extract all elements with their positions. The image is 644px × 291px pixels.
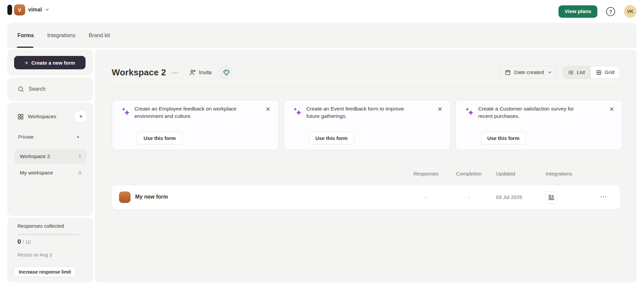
column-responses: Responses <box>409 171 443 176</box>
responses-collected-label: Responses collected <box>17 223 64 229</box>
active-tab-indicator <box>17 47 34 48</box>
suggestion-card: Create a Customer satisfaction survey fo… <box>455 100 623 150</box>
close-icon[interactable]: ✕ <box>609 106 614 113</box>
form-thumbnail <box>119 192 130 203</box>
sidebar-item-workspace-2[interactable]: Workspace 2 1 <box>14 149 87 164</box>
calendar-icon <box>505 69 511 75</box>
private-group-label: Private <box>18 134 34 140</box>
sidebar-item-label: Workspace 2 <box>20 153 78 159</box>
sidebar-item-my-workspace[interactable]: My workspace 0 <box>14 165 87 180</box>
user-avatar[interactable]: VK <box>624 5 637 18</box>
table-row[interactable]: My new form - - 03 Jul 2025 ⋯ <box>112 186 620 209</box>
ai-sparkles-icon <box>120 107 131 118</box>
private-group-toggle[interactable]: Private ▲ <box>18 132 79 142</box>
search-label: Search <box>29 86 46 92</box>
form-responses-value: - <box>409 194 443 200</box>
sidebar-item-count: 0 <box>78 170 81 175</box>
topbar: V vimal View plans ? VK <box>0 0 644 23</box>
upgrade-gem-icon[interactable] <box>219 66 233 79</box>
column-integrations: Integrations <box>546 171 572 176</box>
plus-icon: + <box>24 60 28 66</box>
form-updated-value: 03 Jul 2025 <box>496 194 522 200</box>
suggestion-text: Create a Customer satisfaction survey fo… <box>478 105 586 120</box>
close-icon[interactable]: ✕ <box>266 106 270 113</box>
view-toggle: List Grid <box>562 66 620 79</box>
app-window: V vimal View plans ? VK Forms Integratio… <box>0 0 644 291</box>
column-updated: Updated <box>496 171 515 176</box>
suggestion-text: Create an Employee feedback on workplace… <box>135 105 243 120</box>
chevron-down-icon <box>45 7 50 12</box>
collapse-icon: ▲ <box>76 135 79 138</box>
grid-label: Grid <box>605 69 614 75</box>
search-icon <box>17 86 24 92</box>
tabs-bar: Forms Integrations Brand kit <box>7 23 637 48</box>
ai-sparkles-icon <box>292 107 303 118</box>
invite-button[interactable]: Invite <box>189 69 212 76</box>
sort-dropdown[interactable]: Date created <box>500 66 557 79</box>
sort-dropdown-label: Date created <box>514 69 544 75</box>
create-new-form-button[interactable]: + Create a new form <box>14 56 86 69</box>
suggestion-text: Create an Event feedback form to improve… <box>306 105 414 120</box>
resets-label: Resets on Aug 3 <box>17 252 52 258</box>
row-more-menu[interactable]: ⋯ <box>600 193 607 201</box>
suggestion-card: Create an Event feedback form to improve… <box>283 100 450 150</box>
search-input[interactable]: Search <box>17 77 46 101</box>
list-view-icon <box>568 70 574 75</box>
ai-sparkles-icon <box>464 107 475 118</box>
sidebar-item-label: My workspace <box>20 170 78 176</box>
use-this-form-button[interactable]: Use this form <box>309 132 354 144</box>
use-this-form-button[interactable]: Use this form <box>481 132 526 144</box>
workspace-avatar: V <box>14 4 25 15</box>
suggestion-card: Create an Employee feedback on workplace… <box>112 100 279 150</box>
column-completion: Completion <box>452 171 486 176</box>
forms-table-header: Responses Completion Updated Integration… <box>112 169 620 179</box>
invite-label: Invite <box>199 70 212 76</box>
responses-used: 0 <box>17 238 21 245</box>
main-content: Workspace 2 ⋯ Invite Date created List <box>95 50 637 282</box>
create-new-form-label: Create a new form <box>32 60 75 66</box>
chevron-down-icon <box>547 70 552 75</box>
workspaces-heading: Workspaces <box>28 114 71 120</box>
workspaces-grid-icon <box>17 114 24 120</box>
sidebar-create-section: + Create a new form <box>7 50 93 76</box>
page-title: Workspace 2 <box>112 67 166 78</box>
grid-view-icon <box>596 70 602 75</box>
add-workspace-button[interactable]: + <box>75 111 87 123</box>
workspace-switcher-label: vimal <box>28 7 42 13</box>
sidebar-workspaces-section: Workspaces + Private ▲ Workspace 2 1 My … <box>7 102 93 216</box>
tab-brand-kit[interactable]: Brand kit <box>89 32 110 39</box>
close-icon[interactable]: ✕ <box>437 106 442 113</box>
use-this-form-button[interactable]: Use this form <box>137 132 182 144</box>
tab-forms[interactable]: Forms <box>17 32 34 39</box>
responses-progress-bar <box>17 234 80 235</box>
workspace-switcher[interactable]: V vimal <box>14 4 50 15</box>
form-completion-value: - <box>452 194 486 200</box>
view-plans-button[interactable]: View plans <box>558 5 597 18</box>
grid-plus-icon <box>548 194 554 201</box>
sidebar-search-section: Search <box>7 77 93 101</box>
increase-response-limit-button[interactable]: Increase response limit <box>14 267 76 277</box>
form-name: My new form <box>135 194 168 200</box>
view-toggle-list[interactable]: List <box>563 66 590 78</box>
header-divider <box>112 87 624 88</box>
add-integration-button[interactable] <box>545 191 557 204</box>
app-logo <box>7 5 12 15</box>
view-toggle-grid[interactable]: Grid <box>590 66 620 78</box>
sidebar-item-count: 1 <box>78 154 81 159</box>
tab-integrations[interactable]: Integrations <box>47 32 75 39</box>
invite-person-icon <box>189 69 196 76</box>
sidebar-usage-section: Responses collected 0/ 10 Resets on Aug … <box>7 218 93 282</box>
responses-limit: / 10 <box>22 239 31 245</box>
list-label: List <box>577 69 585 75</box>
workspace-more-menu[interactable]: ⋯ <box>172 71 179 74</box>
help-icon[interactable]: ? <box>606 7 615 16</box>
